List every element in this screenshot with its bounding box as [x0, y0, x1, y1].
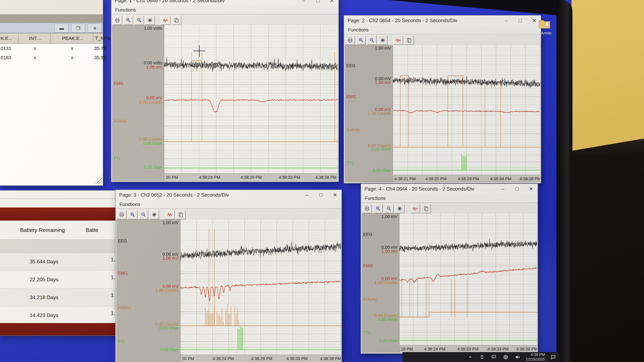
folder-icon	[538, 17, 552, 30]
close-button[interactable]: ✕	[527, 185, 536, 193]
channel-label-emg: EMG	[118, 271, 128, 276]
snowflake-button[interactable]	[145, 16, 155, 25]
scale-label: 1.00 mV	[162, 220, 178, 225]
scale-label: 1.00 volts	[144, 26, 162, 31]
menu-functions[interactable]: Functions	[365, 196, 386, 201]
time-axis: 20 PM 4:38:24 PM 4:38:29 PM 4:38:33 PM 4…	[180, 355, 341, 362]
battery-days-value: 22.205 Days	[30, 277, 58, 283]
zoom-out-button[interactable]	[384, 204, 394, 213]
copy-button[interactable]	[404, 35, 414, 45]
column-header[interactable]: PEAK:E...	[51, 33, 94, 43]
folder-label: Annie	[538, 31, 554, 35]
zoom-out-button[interactable]	[367, 35, 376, 45]
maximize-button[interactable]: □	[316, 191, 325, 199]
window-titlebar[interactable]: Page: 3 - Ch3 0652 - 20 Seconds - 2 Seco…	[116, 190, 342, 200]
action-center-icon[interactable]	[550, 354, 557, 361]
close-button[interactable]: ✕	[530, 16, 538, 24]
desktop-folder-annie[interactable]: Annie	[538, 17, 554, 35]
zoom-in-button[interactable]	[128, 210, 137, 219]
minimize-button[interactable]: –	[302, 191, 311, 199]
time-axis: 4:38:21 PM 4:38:25 PM 4:38:29 PM 4:38:34…	[393, 175, 540, 182]
battery-row: 35.644 Days 1.586 V	[0, 253, 126, 271]
menu-functions[interactable]: Functions	[120, 202, 140, 207]
plot-area[interactable]: 20 PM 4:38:24 PM 4:38:29 PM 4:38:33 PM 4…	[180, 219, 341, 362]
minimize-button[interactable]: –	[300, 0, 308, 4]
time-tick: 4:38:33 PM	[286, 356, 308, 361]
zoom-in-icon	[130, 212, 135, 217]
baseline-label: 0.00 volts	[144, 60, 162, 65]
waveform-button[interactable]	[161, 16, 170, 25]
computer-tower	[572, 139, 644, 362]
minimize-button[interactable]: –	[502, 16, 510, 24]
table-window-caption[interactable]: ▬ ❐ ✕	[0, 23, 103, 33]
snowflake-button[interactable]	[395, 204, 404, 213]
network-globe-icon[interactable]	[502, 354, 509, 361]
resize-grip[interactable]	[93, 175, 102, 184]
snowflake-button[interactable]	[378, 35, 388, 45]
table-row[interactable]: 0183 x x 35.92	[0, 53, 103, 62]
close-button[interactable]: ✕	[328, 0, 336, 4]
scale-label: 1.00 Counts	[368, 111, 391, 116]
window-title: Page: 4 - Ch4 0644 - 20 Seconds - 2 Seco…	[364, 186, 474, 192]
restore-button[interactable]: ❐	[71, 24, 85, 33]
display-icon[interactable]	[490, 354, 497, 361]
snowflake-icon	[397, 206, 402, 211]
cell-tnpmn: 35.79	[92, 44, 106, 53]
cell-tnpmn: 35.92	[92, 53, 106, 62]
cell-int: x	[18, 44, 50, 53]
channel-label-ttl: TTL	[346, 160, 354, 165]
caret-up-icon[interactable]	[467, 354, 474, 361]
print-button[interactable]	[117, 210, 126, 219]
scale-label: 1.00 Counts	[374, 280, 398, 285]
waveform-button[interactable]	[394, 35, 403, 45]
close-button[interactable]: ✕	[330, 191, 339, 199]
column-header[interactable]: K:E...	[0, 33, 18, 43]
baseline-label: 0.00 Raw	[160, 348, 178, 353]
menu-functions[interactable]: Functions	[348, 27, 369, 32]
volume-muted-icon[interactable]	[514, 354, 521, 361]
zoom-in-button[interactable]	[356, 35, 366, 45]
copy-button[interactable]	[176, 210, 186, 219]
time-axis: 20 PM 4:38:24 PM 4:38:29 PM 4:38:33 PM 4…	[164, 173, 338, 181]
maximize-button[interactable]: □	[513, 185, 521, 193]
plot-area[interactable]: 4:38:21 PM 4:38:25 PM 4:38:29 PM 4:38:34…	[393, 45, 540, 182]
waveform-button[interactable]	[165, 210, 175, 219]
time-tick: 4:38:34 PM	[490, 176, 512, 181]
zoom-out-button[interactable]	[134, 16, 144, 25]
window-titlebar[interactable]: Page: 1 - Ch1 0646 - 20 Seconds - 2 Seco…	[111, 0, 338, 6]
signal-plot	[393, 45, 540, 175]
zoom-in-icon	[375, 206, 380, 211]
toolbar	[361, 203, 538, 215]
window-titlebar[interactable]: Page: 2 - Ch2 0654 - 20 Seconds - 2 Seco…	[344, 15, 541, 26]
plot-area[interactable]: 20 PM 4:38:24 PM 4:38:29 PM 4:38:33 PM 4…	[400, 213, 537, 353]
scale-label: 1.00 mV	[375, 80, 391, 85]
zoom-in-button[interactable]	[373, 204, 383, 213]
cell-peak: x	[50, 53, 92, 62]
plot-area[interactable]: 20 PM 4:38:24 PM 4:38:29 PM 4:38:33 PM 4…	[164, 25, 338, 181]
waveform-button[interactable]	[410, 204, 420, 213]
print-button[interactable]	[112, 16, 122, 25]
snowflake-button[interactable]	[150, 210, 159, 219]
taskbar-clock[interactable]: 4:38 PM 12/15/2025	[526, 353, 545, 362]
maximize-button[interactable]: □	[516, 16, 524, 24]
menu-functions[interactable]: Functions	[115, 7, 136, 12]
minimize-button[interactable]: ▬	[54, 24, 69, 33]
waveform-icon	[412, 206, 418, 211]
close-button[interactable]: ✕	[88, 24, 102, 33]
print-button[interactable]	[345, 35, 355, 45]
copy-button[interactable]	[421, 204, 431, 213]
window-titlebar[interactable]: Page: 4 - Ch4 0644 - 20 Seconds - 2 Seco…	[361, 184, 538, 194]
battery-icon[interactable]	[478, 354, 486, 361]
print-button[interactable]	[362, 204, 372, 213]
table-row[interactable]: 0131 x x 35.79	[0, 44, 103, 53]
copy-button[interactable]	[172, 16, 181, 25]
column-header[interactable]: INT:...	[18, 33, 51, 43]
menubar: Functions	[111, 6, 338, 14]
battery-row: 22.205 Days 1.581 V	[0, 271, 126, 289]
time-tick: 20 PM	[182, 356, 194, 361]
maximize-button[interactable]: □	[314, 0, 322, 4]
zoom-in-button[interactable]	[124, 16, 133, 25]
minimize-button[interactable]: –	[499, 185, 507, 193]
zoom-out-button[interactable]	[139, 210, 148, 219]
cell-int: x	[18, 53, 50, 62]
